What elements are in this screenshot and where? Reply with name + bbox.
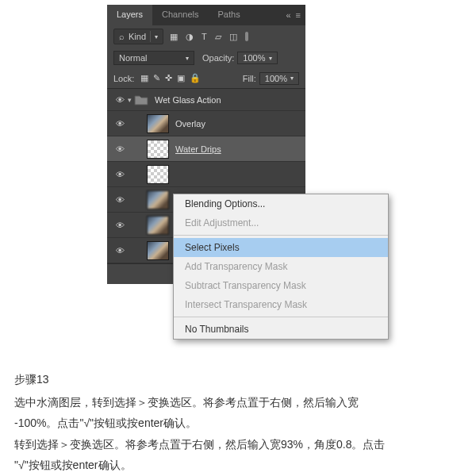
lock-artboard-icon[interactable]: ▣ (177, 73, 185, 83)
layer-thumbnail[interactable] (147, 216, 169, 235)
layer-thumbnail[interactable] (147, 114, 169, 133)
layer-thumbnail[interactable] (147, 190, 169, 209)
step-line: -100%。点击"√"按钮或按enter确认。 (14, 413, 459, 434)
twirl-down-icon[interactable]: ▾ (128, 96, 132, 104)
menu-blending-options[interactable]: Blending Options... (174, 194, 388, 213)
folder-icon (134, 94, 150, 106)
lock-image-icon[interactable]: ✎ (153, 73, 160, 83)
blend-mode-select[interactable]: Normal ▾ (113, 51, 194, 65)
instruction-text: 步骤13 选中水滴图层，转到选择＞变换选区。将参考点置于右侧，然后输入宽 -10… (14, 369, 459, 476)
visibility-toggle[interactable]: 👁 (112, 221, 128, 230)
layer-name: Water Drips (175, 144, 221, 154)
blend-row: Normal ▾ Opacity: 100% ▾ (107, 48, 305, 68)
lock-row: Lock: ▦ ✎ ✜ ▣ 🔒 Fill: 100% ▾ (107, 68, 305, 89)
tab-channels[interactable]: Channels (152, 5, 208, 25)
step-line: 选中水滴图层，转到选择＞变换选区。将参考点置于右侧，然后输入宽 (14, 392, 459, 413)
menu-add-transparency-mask: Add Transparency Mask (174, 257, 388, 276)
filter-pixel-icon[interactable]: ▦ (170, 32, 178, 42)
tab-paths[interactable]: Paths (209, 5, 250, 25)
lock-label: Lock: (113, 74, 134, 83)
chevron-down-icon: ▾ (155, 33, 158, 40)
fill-label: Fill: (243, 74, 256, 83)
step-title: 步骤13 (14, 369, 459, 390)
step-line: "√"按钮或按enter确认。 (14, 455, 459, 476)
layer-thumbnail[interactable] (147, 241, 169, 260)
filter-smart-icon[interactable]: ◫ (229, 32, 237, 42)
context-menu: Blending Options... Edit Adjustment... S… (173, 194, 389, 340)
lock-all-icon[interactable]: 🔒 (190, 73, 201, 83)
menu-no-thumbnails[interactable]: No Thumbnails (174, 320, 388, 339)
filter-type-icon[interactable]: T (202, 32, 207, 41)
search-icon: ⌕ (119, 32, 125, 41)
panel-tabs: Layers Channels Paths « ≡ (107, 5, 305, 25)
menu-subtract-transparency-mask: Subtract Transparency Mask (174, 276, 388, 295)
chevron-down-icon: ▾ (269, 55, 272, 62)
panel-menu-icon[interactable]: ≡ (296, 10, 301, 20)
kind-label: Kind (129, 32, 146, 41)
collapse-icon[interactable]: « (286, 10, 290, 20)
tab-layers[interactable]: Layers (107, 5, 152, 25)
layer-row[interactable]: 👁 (107, 162, 305, 187)
visibility-toggle[interactable]: 👁 (112, 95, 128, 105)
menu-intersect-transparency-mask: Intersect Transparency Mask (174, 295, 388, 314)
visibility-toggle[interactable]: 👁 (112, 195, 128, 205)
filter-bar: ⌕ Kind ▾ ▦ ◑ T ▱ ◫ (107, 25, 305, 48)
layer-group[interactable]: 👁 ▾ Wet Glass Action (107, 89, 305, 111)
chevron-down-icon: ▾ (186, 55, 189, 62)
filter-shape-icon[interactable]: ▱ (215, 32, 221, 42)
blend-mode-value: Normal (119, 53, 147, 63)
fill-input[interactable]: 100% ▾ (259, 72, 299, 85)
filter-adjust-icon[interactable]: ◑ (186, 32, 194, 42)
visibility-toggle[interactable]: 👁 (112, 119, 128, 129)
layer-name: Overlay (175, 119, 205, 129)
chevron-down-icon: ▾ (290, 75, 294, 82)
visibility-toggle[interactable]: 👁 (112, 170, 128, 179)
menu-edit-adjustment: Edit Adjustment... (174, 213, 388, 232)
lock-transparent-icon[interactable]: ▦ (140, 73, 148, 83)
layer-row[interactable]: 👁 Overlay (107, 111, 305, 136)
step-line: 转到选择＞变换选区。将参考点置于右侧，然后输入宽93%，角度0.8。点击 (14, 434, 459, 455)
lock-position-icon[interactable]: ✜ (165, 73, 172, 83)
layer-thumbnail[interactable] (147, 140, 169, 159)
layer-name: Wet Glass Action (155, 95, 221, 105)
layer-row-selected[interactable]: 👁 Water Drips (107, 136, 305, 162)
visibility-toggle[interactable]: 👁 (112, 246, 128, 255)
opacity-input[interactable]: 100% ▾ (237, 52, 277, 64)
visibility-toggle[interactable]: 👁 (112, 144, 128, 154)
menu-select-pixels[interactable]: Select Pixels (174, 238, 388, 257)
kind-filter[interactable]: ⌕ Kind ▾ (113, 29, 163, 44)
layer-thumbnail[interactable] (147, 165, 169, 184)
opacity-label: Opacity: (202, 53, 234, 63)
filter-toggle-icon[interactable] (245, 32, 248, 41)
